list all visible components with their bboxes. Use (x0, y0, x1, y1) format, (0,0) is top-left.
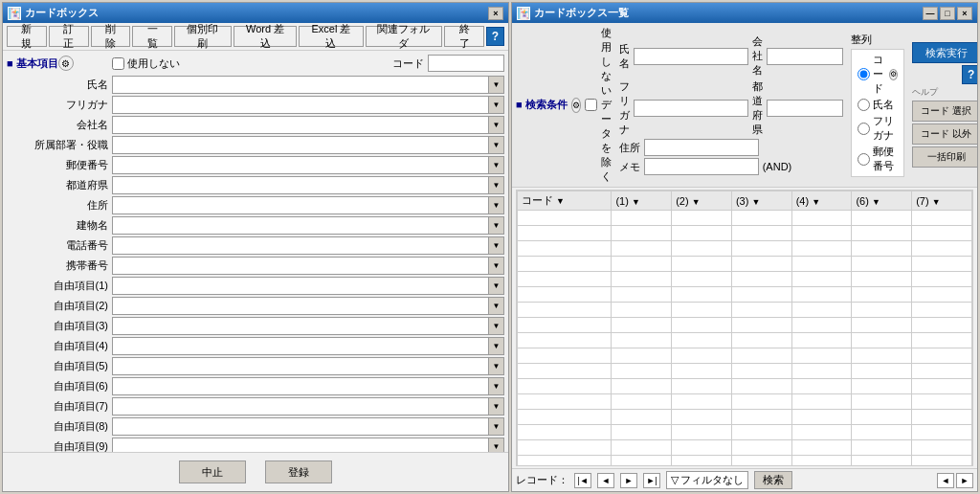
form-row: 自由項目(6)▼ (7, 377, 504, 395)
field-combo[interactable]: ▼ (112, 317, 504, 335)
word-merge-button[interactable]: Word 差込 (234, 26, 298, 47)
field-combo[interactable]: ▼ (112, 116, 504, 134)
search-gear-icon[interactable]: ⚙ (571, 98, 581, 113)
combo-arrow-icon[interactable]: ▼ (488, 298, 503, 314)
field-combo[interactable]: ▼ (112, 377, 504, 395)
sort-postal-radio[interactable] (858, 153, 870, 166)
field-combo[interactable]: ▼ (112, 438, 504, 452)
table-row (518, 410, 972, 425)
combo-arrow-icon[interactable]: ▼ (488, 258, 503, 274)
new-button[interactable]: 新 規 (7, 26, 47, 47)
combo-arrow-icon[interactable]: ▼ (488, 177, 503, 193)
sort-name-radio[interactable] (858, 99, 870, 111)
scroll-left-btn[interactable]: ◄ (937, 473, 954, 488)
code-other-button[interactable]: コード 以外 (912, 124, 978, 145)
use-checkbox[interactable] (112, 57, 124, 70)
cancel-button[interactable]: 中止 (179, 460, 246, 483)
table-column-header[interactable]: (3) ▼ (731, 191, 791, 211)
field-combo[interactable]: ▼ (112, 277, 504, 295)
table-row (518, 394, 972, 410)
form-row: 携帯番号▼ (7, 257, 504, 275)
field-combo[interactable]: ▼ (112, 236, 504, 255)
end-button[interactable]: 終 了 (444, 26, 484, 47)
field-combo[interactable]: ▼ (112, 156, 504, 174)
related-folder-button[interactable]: 関連フォルダ (366, 26, 443, 47)
field-combo[interactable]: ▼ (112, 196, 504, 214)
section-gear-icon[interactable]: ⚙ (58, 56, 74, 71)
address-search-input[interactable] (644, 139, 759, 156)
combo-arrow-icon[interactable]: ▼ (488, 318, 503, 334)
table-row (518, 272, 972, 287)
nav-first-button[interactable]: |◄ (574, 473, 591, 488)
combo-arrow-icon[interactable]: ▼ (488, 418, 503, 435)
scroll-right-btn[interactable]: ► (956, 473, 973, 488)
combo-arrow-icon[interactable]: ▼ (488, 97, 503, 113)
combo-arrow-icon[interactable]: ▼ (488, 217, 503, 234)
field-combo[interactable]: ▼ (112, 176, 504, 194)
memo-search-input[interactable] (644, 158, 759, 175)
edit-button[interactable]: 訂 正 (49, 26, 89, 47)
unused-data-checkbox[interactable] (585, 99, 597, 111)
form-row: 自由項目(8)▼ (7, 417, 504, 436)
batch-print-button[interactable]: 一括印刷 (912, 146, 978, 168)
table-column-header[interactable]: (4) ▼ (791, 191, 852, 211)
sort-code-radio[interactable] (858, 68, 870, 80)
code-select-button[interactable]: コード 選択 (912, 101, 978, 122)
right-max-btn[interactable]: □ (940, 7, 955, 20)
left-help-button[interactable]: ? (486, 27, 504, 46)
sort-furigana-radio[interactable] (858, 123, 870, 135)
combo-arrow-icon[interactable]: ▼ (488, 197, 503, 213)
list-button[interactable]: 一 覧 (132, 26, 172, 47)
filter-button[interactable]: ▽ フィルタなし (666, 471, 748, 489)
sort-code-gear[interactable]: ⚙ (889, 69, 898, 80)
combo-arrow-icon[interactable]: ▼ (488, 338, 503, 354)
table-column-header[interactable]: (7) ▼ (912, 191, 972, 211)
delete-button[interactable]: 削 除 (91, 26, 131, 47)
field-combo[interactable]: ▼ (112, 357, 504, 375)
field-combo[interactable]: ▼ (112, 257, 504, 275)
combo-arrow-icon[interactable]: ▼ (488, 278, 503, 294)
combo-arrow-icon[interactable]: ▼ (488, 237, 503, 254)
register-button[interactable]: 登録 (265, 460, 332, 483)
nav-prev-button[interactable]: ◄ (597, 473, 614, 488)
table-column-header[interactable]: コード ▼ (518, 191, 612, 211)
right-help-button[interactable]: ? (962, 65, 978, 84)
search-button[interactable]: 検索 (754, 471, 792, 489)
field-combo[interactable]: ▼ (112, 337, 504, 355)
nav-next-button[interactable]: ► (620, 473, 637, 488)
furigana-search-input[interactable] (634, 100, 748, 117)
right-action-buttons: 検索実行 ? ヘルプ コード 選択 コード 以外 一括印刷 (912, 42, 978, 168)
combo-arrow-icon[interactable]: ▼ (488, 358, 503, 374)
name-search-input[interactable] (634, 48, 748, 65)
search-bar: ■ 検索条件 ⚙ 使用しないデータを除く 氏名 会社名 フリガナ 都道府県 住所 (512, 23, 977, 188)
prefecture-search-input[interactable] (767, 100, 843, 117)
field-combo[interactable]: ▼ (112, 216, 504, 235)
combo-arrow-icon[interactable]: ▼ (488, 117, 503, 133)
field-combo[interactable]: ▼ (112, 417, 504, 436)
nav-last-button[interactable]: ►| (643, 473, 660, 488)
combo-arrow-icon[interactable]: ▼ (488, 77, 503, 93)
table-column-header[interactable]: (2) ▼ (672, 191, 732, 211)
combo-arrow-icon[interactable]: ▼ (488, 398, 503, 415)
form-row: 電話番号▼ (7, 236, 504, 255)
combo-arrow-icon[interactable]: ▼ (488, 137, 503, 153)
field-combo[interactable]: ▼ (112, 297, 504, 315)
right-min-btn[interactable]: — (923, 7, 938, 20)
field-combo[interactable]: ▼ (112, 96, 504, 114)
individual-print-button[interactable]: 個別印刷 (174, 26, 232, 47)
combo-arrow-icon[interactable]: ▼ (488, 378, 503, 394)
table-column-header[interactable]: (6) ▼ (852, 191, 912, 211)
table-column-header[interactable]: (1) ▼ (612, 191, 672, 211)
use-checkbox-label: 使用しない (112, 56, 180, 71)
field-combo[interactable]: ▼ (112, 397, 504, 415)
excel-merge-button[interactable]: Excel 差込 (299, 26, 363, 47)
combo-arrow-icon[interactable]: ▼ (488, 157, 503, 173)
field-combo[interactable]: ▼ (112, 136, 504, 154)
right-close-btn[interactable]: × (957, 7, 972, 20)
search-execute-button[interactable]: 検索実行 (912, 42, 978, 63)
field-combo[interactable]: ▼ (112, 76, 504, 94)
code-input[interactable] (428, 55, 504, 72)
combo-arrow-icon[interactable]: ▼ (488, 438, 503, 452)
company-search-input[interactable] (767, 48, 843, 65)
left-close-btn[interactable]: × (488, 7, 503, 20)
